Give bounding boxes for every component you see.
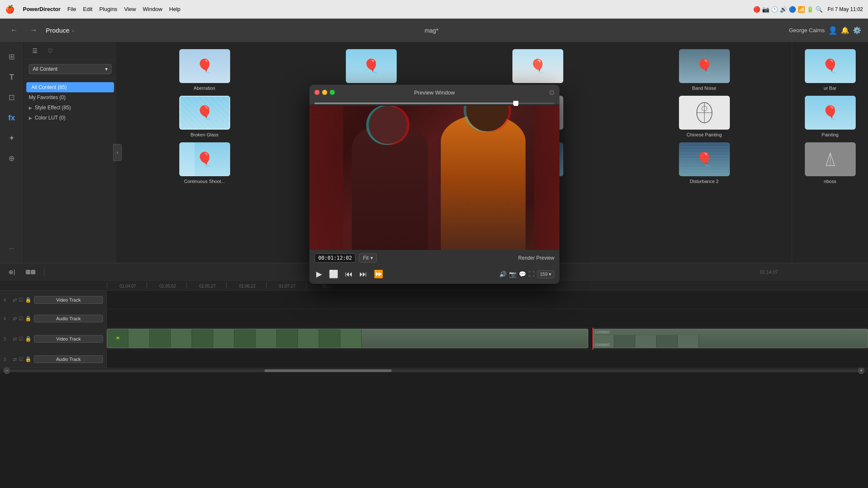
track-icon-split[interactable]: ⇄	[13, 356, 17, 362]
effect-aberration[interactable]: 🎈 Aberration	[124, 49, 285, 91]
maximize-dot[interactable]	[330, 90, 335, 95]
forward-button[interactable]: →	[26, 24, 41, 36]
audio-button[interactable]: 🔊	[499, 271, 506, 277]
render-preview-button[interactable]: Render Preview	[518, 255, 554, 261]
tree-item-style-effect[interactable]: ▶ Style Effect (85)	[24, 103, 117, 113]
fullscreen-button[interactable]: ⛶	[529, 271, 534, 277]
effect-brokenglass[interactable]: 🎈 Broken Glass	[124, 96, 285, 137]
sidebar-item-tools[interactable]: ⊕	[3, 149, 21, 168]
track-icon-split[interactable]: ⇄	[13, 336, 17, 342]
tree-item-all-content[interactable]: All Content (85)	[26, 82, 114, 92]
track-content-4v[interactable]	[107, 291, 868, 309]
fast-forward-button[interactable]: ⏩	[372, 269, 385, 280]
track-icons: ⇄ ☑ 🔒	[13, 316, 31, 322]
close-dot[interactable]	[314, 90, 320, 95]
effect-chinesepainting2[interactable]: Chinese Painting	[623, 96, 785, 137]
track-icon-lock[interactable]: 🔒	[25, 336, 31, 342]
content-panel-header: All Content ▾	[24, 60, 117, 79]
snapshot-button[interactable]: 📷	[509, 271, 516, 277]
track-icon-lock[interactable]: 🔒	[25, 316, 31, 322]
zoom-in-button[interactable]: +	[858, 367, 865, 374]
track-content-3v[interactable]: 🌳 2189860 2189860	[107, 328, 868, 349]
track-number: 3	[3, 336, 10, 341]
video-clip-3v-right[interactable]: 2189860 2189860	[593, 329, 868, 348]
video-clip-3v[interactable]: 🌳	[107, 329, 588, 348]
effect-disturbance2[interactable]: 🎈 Disturbance 2	[623, 142, 785, 184]
effect-label-urbar: ur Bar	[824, 86, 837, 91]
track-icons: ⇄ ☑ 🔒	[13, 356, 31, 362]
effect-continuousshoot[interactable]: 🎈 Continuous Shoot...	[124, 142, 285, 184]
effect-urbar[interactable]: 🎈 ur Bar	[797, 49, 863, 91]
preview-controls-bar: 00:01:12:02 Fit ▾ Render Preview	[309, 250, 559, 266]
play-button[interactable]: ▶	[314, 269, 324, 280]
track-number: 4	[3, 316, 10, 321]
menu-help[interactable]: Help	[169, 6, 181, 12]
track-icon-check[interactable]: ☑	[19, 316, 23, 322]
menu-view[interactable]: View	[124, 6, 136, 12]
track-icon-split[interactable]: ⇄	[13, 297, 17, 303]
menu-file[interactable]: File	[67, 6, 76, 12]
sidebar-item-more[interactable]: ···	[3, 239, 21, 258]
apple-menu[interactable]: 🍎	[5, 5, 14, 14]
effect-bandnoise[interactable]: 🎈 Band Noise	[623, 49, 785, 91]
track-icons: ⇄ ☑ 🔒	[13, 336, 31, 342]
filter-icon-btn[interactable]: ☰	[29, 45, 41, 57]
menu-window[interactable]: Window	[143, 6, 162, 12]
preview-window: Preview Window ⊡	[309, 85, 559, 284]
tree-item-color-lut[interactable]: ▶ Color LUT (0)	[24, 113, 117, 123]
subtitle-button[interactable]: 💬	[519, 271, 526, 277]
figure-right	[441, 114, 526, 250]
track-icon-split[interactable]: ⇄	[13, 316, 17, 322]
track-icon-check[interactable]: ☑	[19, 356, 23, 362]
ruler-mark-5: 01;07;17	[266, 282, 306, 288]
content-dropdown[interactable]: All Content ▾	[29, 64, 111, 74]
sidebar-item-text[interactable]: T	[3, 68, 21, 86]
fit-dropdown[interactable]: Fit ▾	[359, 253, 376, 263]
track-header-4a: 4 ⇄ ☑ 🔒 Audio Track	[0, 309, 107, 327]
sidebar-item-fx[interactable]: fx	[3, 108, 21, 127]
effect-emboss[interactable]: nboss	[797, 142, 863, 184]
preview-expand-button[interactable]: ⊡	[549, 89, 554, 96]
panel-collapse-arrow[interactable]: ‹	[113, 144, 122, 161]
track-header-4v: 4 ⇄ ☑ 🔒 Video Track	[0, 291, 107, 309]
bottom-scrollbar[interactable]: − +	[0, 368, 868, 373]
scrollbar-thumb[interactable]	[264, 369, 392, 372]
track-icon-check[interactable]: ☑	[19, 297, 23, 303]
preview-scrubber-top[interactable]	[309, 100, 559, 104]
back-button[interactable]: ←	[7, 24, 21, 36]
track-icon-lock[interactable]: 🔒	[25, 297, 31, 303]
tree-item-favorites[interactable]: My Favorites (0)	[24, 92, 117, 103]
effect-painting[interactable]: 🎈 Painting	[797, 96, 863, 137]
track-icon-check[interactable]: ☑	[19, 336, 23, 342]
sidebar-item-overlay[interactable]: ⊡	[3, 88, 21, 107]
zoom-out-button[interactable]: −	[3, 367, 10, 374]
track-content-4a[interactable]	[107, 309, 868, 327]
favorites-icon-btn[interactable]: ♡	[44, 45, 56, 57]
effect-label-brokenglass: Broken Glass	[190, 132, 218, 137]
sidebar-item-effects[interactable]: ✦	[3, 129, 21, 147]
add-track-button[interactable]: ⊕|	[5, 267, 19, 277]
stop-button[interactable]: ⬜	[327, 269, 340, 280]
sidebar-item-media[interactable]: ⊞	[3, 47, 21, 66]
preview-titlebar: Preview Window ⊡	[309, 85, 559, 100]
head-left	[369, 106, 407, 144]
quality-badge[interactable]: 159 ▾	[537, 270, 554, 278]
step-forward-button[interactable]: ⏭	[358, 269, 369, 280]
step-back-button[interactable]: ⏮	[343, 269, 354, 280]
app-name[interactable]: PowerDirector	[23, 6, 61, 12]
ruler-mark-2: 01;05;02	[147, 282, 186, 288]
minimize-dot[interactable]	[322, 90, 327, 95]
track-content-3a[interactable]	[107, 350, 868, 368]
table-row: 4 ⇄ ☑ 🔒 Audio Track	[0, 309, 868, 328]
menu-edit[interactable]: Edit	[83, 6, 92, 12]
scrubber-track[interactable]	[314, 103, 554, 104]
effect-label-aberration: Aberration	[194, 86, 215, 91]
track-icon-lock[interactable]: 🔒	[25, 356, 31, 362]
scrollbar-track[interactable]	[10, 369, 858, 372]
effect-label-chinesepainting2: Chinese Painting	[687, 132, 722, 137]
effect-thumb-chinesepainting2	[679, 96, 730, 130]
timeline-settings-button[interactable]: ⊞⊞	[22, 267, 39, 277]
content-panel: ☰ ♡ All Content ▾ All Content (85) My Fa…	[24, 42, 117, 263]
scrubber-fill	[314, 103, 518, 104]
menu-plugins[interactable]: Plugins	[99, 6, 117, 12]
